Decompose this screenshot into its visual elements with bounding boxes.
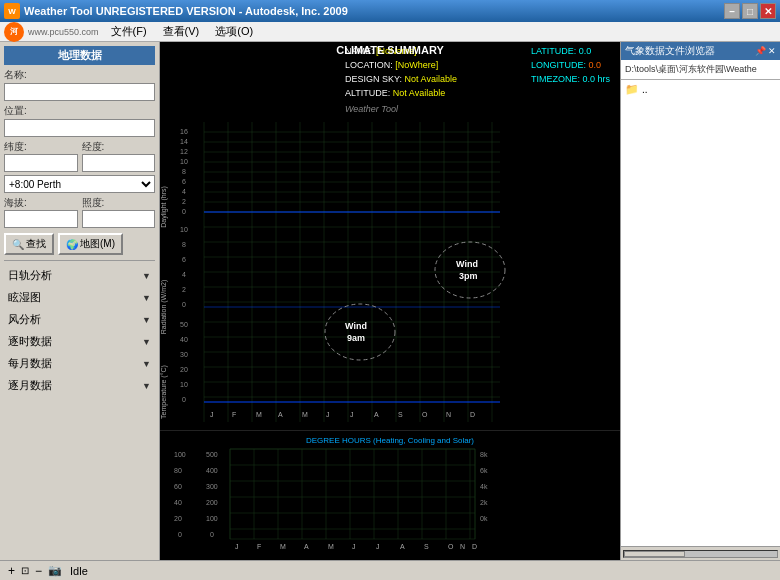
svg-text:D: D [472,543,477,550]
radiation-axis-label: Radiation (W/m2) [160,280,168,334]
chevron-down-icon-3: ▼ [142,337,151,347]
right-panel: 气象数据文件浏览器 📌 ✕ D:\tools\桌面\河东软件园\Weathe 📁… [620,42,780,560]
svg-text:80: 80 [174,467,182,474]
logo-text: www.pcu550.com [28,27,99,37]
sidebar-item-monthly[interactable]: 每月数据 ▼ [4,354,155,373]
timezone-select[interactable]: +8:00 Perth [4,175,155,193]
svg-text:40: 40 [180,336,188,343]
panel-title: 地理数据 [4,46,155,65]
svg-text:A: A [374,411,379,418]
svg-text:200: 200 [206,499,218,506]
location-input[interactable] [4,119,155,137]
close-button[interactable]: ✕ [760,3,776,19]
svg-text:4: 4 [182,271,186,278]
svg-rect-70 [160,431,620,560]
svg-text:J: J [350,411,354,418]
wind-3pm-label: Wind [456,259,478,269]
camera-icon[interactable]: 📷 [48,564,62,577]
svg-text:O: O [422,411,428,418]
svg-text:6k: 6k [480,467,488,474]
svg-text:F: F [232,411,236,418]
map-icon: 🌍 [66,239,78,250]
maximize-button[interactable]: □ [742,3,758,19]
svg-text:16: 16 [180,128,188,135]
svg-text:10: 10 [180,158,188,165]
svg-text:20: 20 [174,515,182,522]
plus-icon[interactable]: + [8,564,15,578]
svg-text:M: M [256,411,262,418]
latitude-input[interactable] [4,154,78,172]
svg-text:0: 0 [178,531,182,538]
name-input[interactable] [4,83,155,101]
svg-text:A: A [304,543,309,550]
brightness-label: 照度: [82,197,105,208]
svg-text:0: 0 [182,396,186,403]
chevron-down-icon-4: ▼ [142,359,151,369]
right-panel-scrollbar[interactable] [621,546,780,560]
svg-text:S: S [398,411,403,418]
sidebar-item-glare[interactable]: 眩湿图 ▼ [4,288,155,307]
daylight-axis-label: Daylight (hrs) [160,186,168,228]
sidebar-item-hourly[interactable]: 逐时数据 ▼ [4,332,155,351]
right-panel-pin-icon[interactable]: 📌 [755,46,766,56]
svg-text:8: 8 [182,241,186,248]
svg-text:6: 6 [182,256,186,263]
chevron-down-icon-2: ▼ [142,315,151,325]
title-bar: W Weather Tool UNREGISTERED VERSION - Au… [0,0,780,22]
svg-text:400: 400 [206,467,218,474]
svg-text:S: S [424,543,429,550]
horizontal-scrollbar[interactable] [623,550,778,558]
brightness-input[interactable] [82,210,156,228]
sidebar-item-wind[interactable]: 风分析 ▼ [4,310,155,329]
expand-icon[interactable]: ⊡ [21,565,29,576]
svg-text:10: 10 [180,226,188,233]
longitude-input[interactable] [82,154,156,172]
svg-text:J: J [326,411,330,418]
svg-text:A: A [400,543,405,550]
temperature-axis-label: Temperature (°C) [160,365,168,419]
menu-bar: 河 www.pcu550.com 文件(F) 查看(V) 选项(O) [0,22,780,42]
svg-text:8k: 8k [480,451,488,458]
svg-text:8: 8 [182,168,186,175]
folder-icon: 📁 [625,83,639,96]
status-bar: + ⊡ − 📷 Idle [0,560,780,580]
svg-text:4k: 4k [480,483,488,490]
main-layout: 地理数据 名称: 位置: 纬度: 经度: +8:00 Perth [0,42,780,560]
svg-text:0: 0 [182,301,186,308]
menu-file[interactable]: 文件(F) [107,24,151,39]
svg-text:50: 50 [180,321,188,328]
minimize-button[interactable]: – [724,3,740,19]
sidebar-item-monthly2[interactable]: 逐月数据 ▼ [4,376,155,395]
svg-text:F: F [257,543,261,550]
svg-text:40: 40 [174,499,182,506]
svg-text:100: 100 [206,515,218,522]
wind-9am-label: Wind [345,321,367,331]
svg-text:J: J [210,411,214,418]
svg-text:O: O [448,543,454,550]
file-browser[interactable]: 📁 .. [621,80,780,546]
svg-text:500: 500 [206,451,218,458]
svg-text:M: M [302,411,308,418]
window-title: Weather Tool UNREGISTERED VERSION - Auto… [24,5,348,17]
logo-icon: 河 [4,22,24,42]
right-panel-close-icon[interactable]: ✕ [768,46,776,56]
svg-text:60: 60 [174,483,182,490]
map-button[interactable]: 🌍 地图(M) [58,233,123,255]
scroll-thumb[interactable] [624,551,685,557]
svg-text:0: 0 [182,208,186,215]
menu-options[interactable]: 选项(O) [211,24,257,39]
alt-bright-row: 海拔: 照度: [4,196,155,228]
sidebar-item-sunpath[interactable]: 日轨分析 ▼ [4,266,155,285]
left-panel: 地理数据 名称: 位置: 纬度: 经度: +8:00 Perth [0,42,160,560]
svg-text:J: J [352,543,356,550]
menu-view[interactable]: 查看(V) [159,24,204,39]
svg-text:20: 20 [180,366,188,373]
file-item-up[interactable]: 📁 .. [623,82,778,97]
action-buttons: 🔍 查找 🌍 地图(M) [4,233,155,255]
search-button[interactable]: 🔍 查找 [4,233,54,255]
minus-icon[interactable]: − [35,564,42,578]
altitude-input[interactable] [4,210,78,228]
right-panel-title-bar: 气象数据文件浏览器 📌 ✕ [621,42,780,60]
degree-hours-title: DEGREE HOURS (Heating, Cooling and Solar… [306,436,474,445]
longitude-label: 经度: [82,141,105,152]
